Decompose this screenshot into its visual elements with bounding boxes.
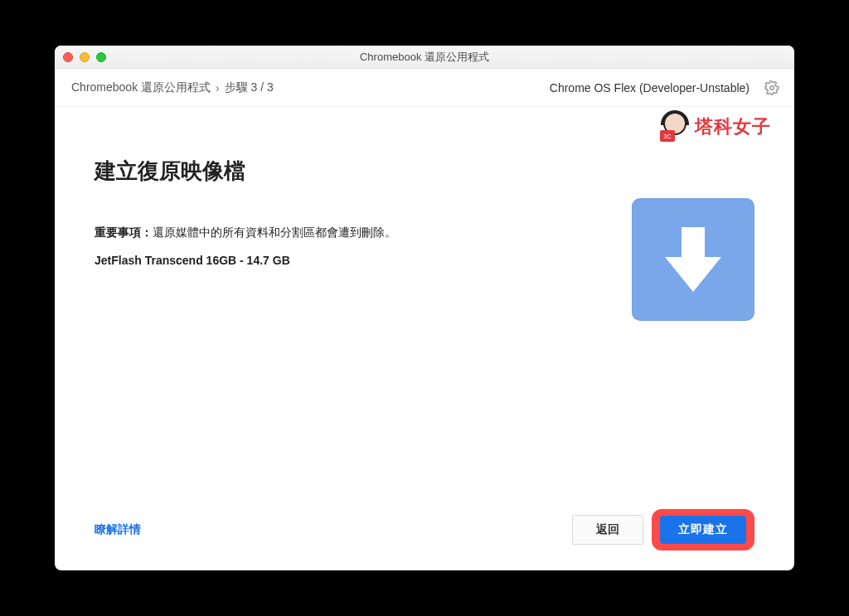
watermark-text: 塔科女子 [695,114,771,139]
create-button[interactable]: 立即建立 [660,516,746,544]
back-button[interactable]: 返回 [572,515,643,545]
breadcrumb-step: 步驟 3 / 3 [225,80,274,95]
gear-icon[interactable] [764,80,779,95]
download-arrow-icon [662,224,725,295]
header-right: Chrome OS Flex (Developer-Unstable) [550,80,779,95]
learn-more-link[interactable]: 瞭解詳情 [95,522,141,537]
page-title: 建立復原映像檔 [95,157,754,186]
footer: 瞭解詳情 返回 立即建立 [95,509,754,551]
header: Chromebook 還原公用程式 › 步驟 3 / 3 Chrome OS F… [55,69,794,107]
titlebar: Chromebook 還原公用程式 [55,46,794,69]
content: 3C 塔科女子 建立復原映像檔 重要事項：還原媒體中的所有資料和分割區都會遭到刪… [55,107,794,570]
watermark-avatar-icon: 3C [660,112,690,142]
watermark-badge: 3C [660,130,675,142]
create-button-highlight: 立即建立 [652,509,754,551]
important-text: 還原媒體中的所有資料和分割區都會遭到刪除。 [153,226,396,239]
app-window: Chromebook 還原公用程式 Chromebook 還原公用程式 › 步驟… [55,46,794,570]
important-prefix: 重要事項： [95,226,153,239]
watermark: 3C 塔科女子 [660,112,771,142]
breadcrumb-app: Chromebook 還原公用程式 [71,80,211,95]
breadcrumb-separator: › [216,81,220,95]
breadcrumb: Chromebook 還原公用程式 › 步驟 3 / 3 [71,80,274,95]
footer-buttons: 返回 立即建立 [572,509,754,551]
download-tile [632,198,754,321]
window-title: Chromebook 還原公用程式 [55,50,794,65]
model-label: Chrome OS Flex (Developer-Unstable) [550,81,750,95]
svg-point-0 [770,85,774,90]
